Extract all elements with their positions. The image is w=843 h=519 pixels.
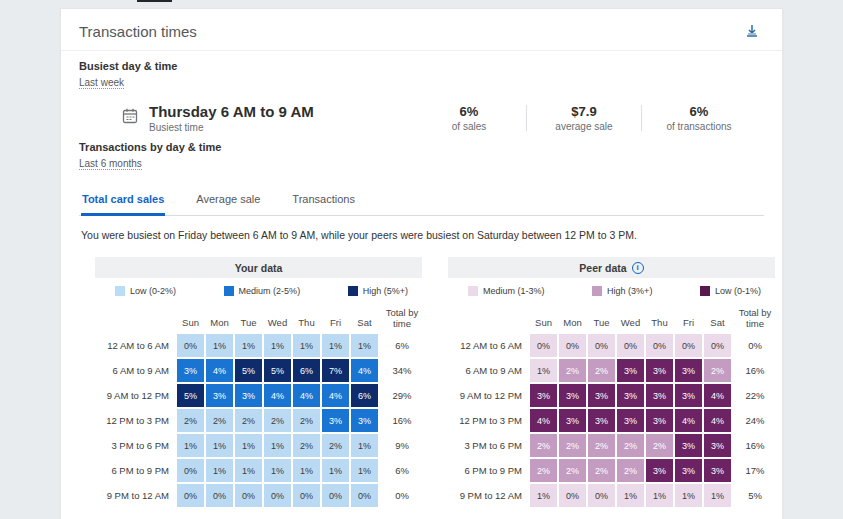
heatmap-cell[interactable]: 5%	[235, 359, 262, 382]
heatmap-cell[interactable]: 3%	[675, 384, 702, 407]
heatmap-cell[interactable]: 1%	[530, 359, 557, 382]
heatmap-cell[interactable]: 1%	[530, 484, 557, 507]
by-day-time-period-link[interactable]: Last 6 months	[79, 158, 142, 170]
heatmap-cell[interactable]: 1%	[322, 334, 349, 357]
heatmap-cell[interactable]: 0%	[704, 334, 731, 357]
heatmap-cell[interactable]: 0%	[588, 334, 615, 357]
heatmap-cell[interactable]: 1%	[617, 484, 644, 507]
heatmap-cell[interactable]: 1%	[293, 459, 320, 482]
heatmap-cell[interactable]: 0%	[559, 334, 586, 357]
heatmap-cell[interactable]: 1%	[235, 334, 262, 357]
heatmap-cell[interactable]: 0%	[322, 484, 349, 507]
heatmap-cell[interactable]: 2%	[293, 434, 320, 457]
tab-transactions[interactable]: Transactions	[291, 186, 356, 216]
heatmap-cell[interactable]: 4%	[293, 384, 320, 407]
heatmap-cell[interactable]: 1%	[235, 434, 262, 457]
heatmap-cell[interactable]: 1%	[235, 459, 262, 482]
heatmap-cell[interactable]: 5%	[177, 384, 204, 407]
heatmap-cell[interactable]: 2%	[559, 434, 586, 457]
heatmap-cell[interactable]: 3%	[617, 359, 644, 382]
heatmap-cell[interactable]: 1%	[704, 484, 731, 507]
heatmap-cell[interactable]: 3%	[588, 409, 615, 432]
heatmap-cell[interactable]: 3%	[675, 434, 702, 457]
heatmap-cell[interactable]: 3%	[675, 359, 702, 382]
heatmap-cell[interactable]: 2%	[588, 459, 615, 482]
heatmap-cell[interactable]: 0%	[351, 484, 378, 507]
heatmap-cell[interactable]: 2%	[617, 434, 644, 457]
info-icon[interactable]: i	[632, 262, 644, 274]
heatmap-cell[interactable]: 2%	[177, 409, 204, 432]
busiest-period-link[interactable]: Last week	[79, 77, 124, 89]
heatmap-cell[interactable]: 3%	[235, 384, 262, 407]
heatmap-cell[interactable]: 3%	[617, 409, 644, 432]
heatmap-cell[interactable]: 2%	[235, 409, 262, 432]
heatmap-cell[interactable]: 2%	[588, 434, 615, 457]
heatmap-cell[interactable]: 1%	[675, 484, 702, 507]
heatmap-cell[interactable]: 1%	[293, 334, 320, 357]
heatmap-cell[interactable]: 3%	[322, 409, 349, 432]
heatmap-cell[interactable]: 4%	[351, 359, 378, 382]
heatmap-cell[interactable]: 0%	[177, 334, 204, 357]
heatmap-cell[interactable]: 3%	[704, 434, 731, 457]
heatmap-cell[interactable]: 0%	[559, 484, 586, 507]
heatmap-cell[interactable]: 0%	[235, 484, 262, 507]
download-button[interactable]	[742, 21, 762, 41]
heatmap-cell[interactable]: 4%	[675, 409, 702, 432]
heatmap-cell[interactable]: 4%	[322, 384, 349, 407]
heatmap-cell[interactable]: 1%	[206, 334, 233, 357]
heatmap-cell[interactable]: 0%	[530, 334, 557, 357]
heatmap-cell[interactable]: 3%	[559, 384, 586, 407]
heatmap-cell[interactable]: 3%	[206, 384, 233, 407]
heatmap-cell[interactable]: 0%	[588, 484, 615, 507]
heatmap-cell[interactable]: 2%	[530, 459, 557, 482]
heatmap-cell[interactable]: 2%	[322, 434, 349, 457]
heatmap-cell[interactable]: 1%	[177, 434, 204, 457]
heatmap-cell[interactable]: 2%	[646, 434, 673, 457]
heatmap-cell[interactable]: 1%	[206, 434, 233, 457]
heatmap-cell[interactable]: 2%	[293, 409, 320, 432]
heatmap-cell[interactable]: 3%	[559, 409, 586, 432]
heatmap-cell[interactable]: 1%	[264, 459, 291, 482]
heatmap-cell[interactable]: 2%	[206, 409, 233, 432]
heatmap-cell[interactable]: 3%	[704, 459, 731, 482]
heatmap-cell[interactable]: 0%	[264, 484, 291, 507]
heatmap-cell[interactable]: 4%	[530, 409, 557, 432]
heatmap-cell[interactable]: 0%	[177, 459, 204, 482]
heatmap-cell[interactable]: 2%	[530, 434, 557, 457]
heatmap-cell[interactable]: 6%	[293, 359, 320, 382]
heatmap-cell[interactable]: 0%	[293, 484, 320, 507]
heatmap-cell[interactable]: 3%	[646, 459, 673, 482]
heatmap-cell[interactable]: 1%	[351, 459, 378, 482]
heatmap-cell[interactable]: 1%	[351, 334, 378, 357]
heatmap-cell[interactable]: 1%	[351, 434, 378, 457]
heatmap-cell[interactable]: 1%	[322, 459, 349, 482]
tab-average-sale[interactable]: Average sale	[195, 186, 261, 216]
heatmap-cell[interactable]: 4%	[704, 409, 731, 432]
heatmap-cell[interactable]: 0%	[617, 334, 644, 357]
heatmap-cell[interactable]: 3%	[646, 384, 673, 407]
heatmap-cell[interactable]: 2%	[559, 359, 586, 382]
heatmap-cell[interactable]: 3%	[675, 459, 702, 482]
heatmap-cell[interactable]: 4%	[264, 384, 291, 407]
tab-total-card-sales[interactable]: Total card sales	[81, 186, 165, 216]
heatmap-cell[interactable]: 5%	[264, 359, 291, 382]
heatmap-cell[interactable]: 3%	[617, 384, 644, 407]
heatmap-cell[interactable]: 4%	[704, 384, 731, 407]
heatmap-cell[interactable]: 3%	[530, 384, 557, 407]
heatmap-cell[interactable]: 2%	[559, 459, 586, 482]
heatmap-cell[interactable]: 3%	[351, 409, 378, 432]
heatmap-cell[interactable]: 1%	[646, 484, 673, 507]
heatmap-cell[interactable]: 2%	[264, 409, 291, 432]
heatmap-cell[interactable]: 1%	[206, 459, 233, 482]
heatmap-cell[interactable]: 3%	[177, 359, 204, 382]
heatmap-cell[interactable]: 2%	[588, 359, 615, 382]
heatmap-cell[interactable]: 1%	[264, 334, 291, 357]
heatmap-cell[interactable]: 3%	[588, 384, 615, 407]
heatmap-cell[interactable]: 4%	[206, 359, 233, 382]
heatmap-cell[interactable]: 0%	[646, 334, 673, 357]
heatmap-cell[interactable]: 2%	[617, 459, 644, 482]
heatmap-cell[interactable]: 2%	[704, 359, 731, 382]
heatmap-cell[interactable]: 0%	[206, 484, 233, 507]
heatmap-cell[interactable]: 1%	[264, 434, 291, 457]
heatmap-cell[interactable]: 3%	[646, 409, 673, 432]
